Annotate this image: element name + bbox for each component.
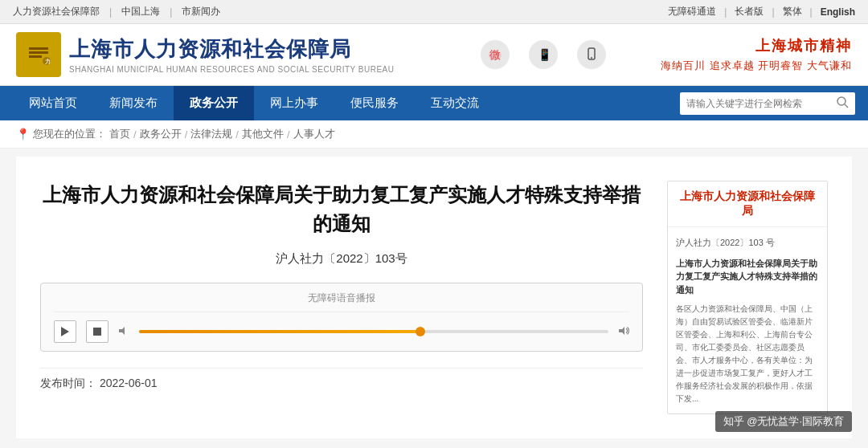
nav-search-box <box>680 92 855 115</box>
article-area: 上海市人力资源和社会保障局关于助力复工复产实施人才特殊支持举措的通知 沪人社力〔… <box>40 181 643 414</box>
article-doc-number: 沪人社力〔2022〕103号 <box>40 251 643 267</box>
header-social: 微 📱 <box>426 40 661 69</box>
svg-text:力: 力 <box>44 58 51 64</box>
spirit-title: 上海城市精神 <box>755 36 852 55</box>
sidebar-doc-body: 沪人社力〔2022〕103 号 上海市人力资源和社会保障局关于助力复工复产实施人… <box>668 227 827 413</box>
svg-text:📱: 📱 <box>538 48 552 62</box>
breadcrumb: 📍 您现在的位置： 首页 / 政务公开 / 法律法规 / 其他文件 / 人事人才 <box>0 120 868 149</box>
main-nav: 网站首页 新闻发布 政务公开 网上办事 便民服务 互动交流 <box>0 86 868 120</box>
progress-thumb <box>416 327 425 336</box>
top-bar-item-3[interactable]: 市新闻办 <box>182 5 220 18</box>
document-sidebar: 上海市人力资源和社会保障局 沪人社力〔2022〕103 号 上海市人力资源和社会… <box>667 181 828 414</box>
play-button[interactable] <box>54 320 76 343</box>
weibo-icon[interactable]: 微 <box>481 40 510 69</box>
header-spirit: 上海城市精神 海纳百川 追求卓越 开明睿智 大气谦和 <box>661 36 852 73</box>
svg-rect-14 <box>93 328 101 336</box>
svg-marker-13 <box>61 327 69 336</box>
svg-point-10 <box>591 57 592 59</box>
top-bar: 人力资源社会保障部 | 中国上海 | 市新闻办 无障碍通道 | 长者版 | 繁体… <box>0 0 868 24</box>
progress-fill <box>139 330 420 333</box>
logo-subtitle: SHANGHAI MUNICIPAL HUMAN RESOURCES AND S… <box>69 65 394 74</box>
top-bar-right: 无障碍通道 | 长者版 | 繁体 | English <box>668 5 855 18</box>
header: 力 上海市人力资源和社会保障局 SHANGHAI MUNICIPAL HUMAN… <box>0 24 868 86</box>
audio-player: 无障碍语音播报 <box>40 283 643 352</box>
sidebar-doc-header: 上海市人力资源和社会保障局 <box>668 181 827 227</box>
breadcrumb-home[interactable]: 首页 <box>109 127 130 141</box>
search-button[interactable] <box>836 96 849 112</box>
svg-marker-15 <box>119 327 125 335</box>
logo-text: 上海市人力资源和社会保障局 SHANGHAI MUNICIPAL HUMAN R… <box>69 35 394 74</box>
svg-point-11 <box>837 97 845 105</box>
nav-home[interactable]: 网站首页 <box>13 86 93 120</box>
nav-online[interactable]: 网上办事 <box>254 86 334 120</box>
sidebar-doc-title: 上海市人力资源和社会保障局关于助力复工复产实施人才特殊支持举措的通知 <box>676 257 819 297</box>
nav-interact[interactable]: 互动交流 <box>415 86 495 120</box>
logo-title: 上海市人力资源和社会保障局 <box>69 35 394 63</box>
nav-affairs[interactable]: 政务公开 <box>174 86 254 120</box>
sidebar-doc-text: 各区人力资源和社会保障局、中国（上海）自由贸易试验区管委会、临港新片区管委会、上… <box>676 303 819 405</box>
progress-bar[interactable] <box>139 330 608 333</box>
publish-label: 发布时间： <box>40 377 96 389</box>
audio-controls <box>54 320 629 343</box>
nav-news[interactable]: 新闻发布 <box>93 86 174 120</box>
audio-label: 无障碍语音播报 <box>54 291 629 312</box>
main-content: 上海市人力资源和社会保障局关于助力复工复产实施人才特殊支持举措的通知 沪人社力〔… <box>16 157 852 438</box>
svg-rect-2 <box>29 51 48 54</box>
publish-date: 发布时间： 2022-06-01 <box>40 368 643 391</box>
location-icon: 📍 <box>16 128 30 141</box>
svg-line-12 <box>845 104 848 108</box>
english-link[interactable]: English <box>821 6 855 18</box>
stop-button[interactable] <box>86 320 108 343</box>
svg-rect-3 <box>29 55 42 58</box>
svg-marker-16 <box>619 327 624 335</box>
publish-date-value: 2022-06-01 <box>100 377 158 389</box>
breadcrumb-current: 人事人才 <box>293 127 335 141</box>
breadcrumb-affairs[interactable]: 政务公开 <box>140 127 182 141</box>
top-bar-item-2[interactable]: 中国上海 <box>121 5 160 18</box>
elderly-link[interactable]: 长者版 <box>735 5 764 18</box>
logo-area: 力 上海市人力资源和社会保障局 SHANGHAI MUNICIPAL HUMAN… <box>16 32 394 77</box>
article-title: 上海市人力资源和社会保障局关于助力复工复产实施人才特殊支持举措的通知 <box>40 181 643 238</box>
volume-min-icon <box>118 325 129 339</box>
top-bar-left: 人力资源社会保障部 | 中国上海 | 市新闻办 <box>13 5 220 18</box>
logo-icon: 力 <box>16 32 61 77</box>
traditional-link[interactable]: 繁体 <box>783 5 802 18</box>
breadcrumb-label: 您现在的位置： <box>33 127 106 141</box>
volume-max-icon <box>618 325 629 339</box>
sidebar-doc-num: 沪人社力〔2022〕103 号 <box>676 235 819 250</box>
spirit-sub: 海纳百川 追求卓越 开明睿智 大气谦和 <box>661 59 852 73</box>
svg-text:微: 微 <box>489 48 501 61</box>
svg-rect-1 <box>29 47 48 50</box>
search-input[interactable] <box>686 98 831 109</box>
mobile-icon[interactable] <box>577 40 606 69</box>
breadcrumb-law[interactable]: 法律法规 <box>190 127 232 141</box>
breadcrumb-other[interactable]: 其他文件 <box>242 127 284 141</box>
top-bar-item-1[interactable]: 人力资源社会保障部 <box>13 5 100 18</box>
wechat-icon[interactable]: 📱 <box>529 40 558 69</box>
accessibility-link[interactable]: 无障碍通道 <box>668 5 716 18</box>
nav-service[interactable]: 便民服务 <box>334 86 415 120</box>
